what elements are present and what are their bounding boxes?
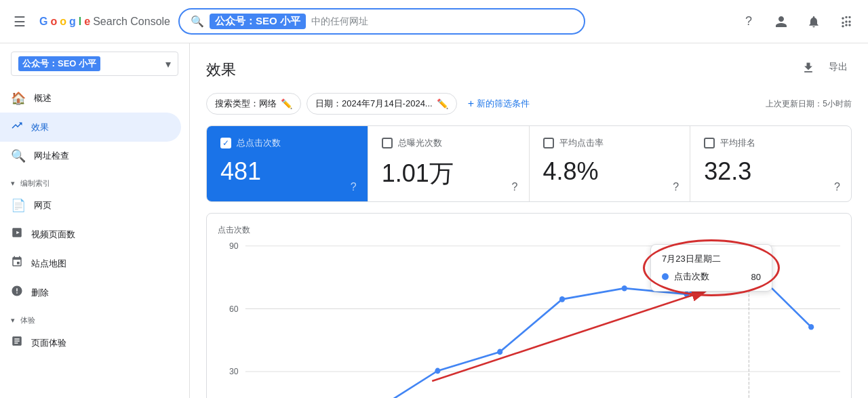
site-name: 公众号：SEO 小平 — [18, 56, 100, 71]
url-inspect-icon: 🔍 — [11, 148, 26, 163]
performance-icon — [11, 119, 23, 135]
svg-point-14 — [622, 285, 627, 292]
sidebar-item-page-experience[interactable]: 页面体验 — [0, 328, 181, 357]
metric-avg-position[interactable]: 平均排名 32.3 ? — [690, 126, 851, 201]
sidebar-item-url-label: 网址检查 — [34, 150, 69, 162]
sidebar-item-overview-label: 概述 — [34, 92, 52, 104]
app-title: Search Console — [93, 16, 170, 28]
svg-text:60: 60 — [229, 304, 239, 313]
metric-clicks-value: 481 — [220, 157, 354, 186]
section-experience-header[interactable]: ▾ 体验 — [0, 307, 189, 328]
main-header: 效果 导出 — [206, 43, 852, 93]
search-highlight: 公众号：SEO 小平 — [210, 14, 306, 29]
export-label[interactable]: 导出 — [825, 57, 852, 82]
apps-button[interactable] — [833, 8, 860, 35]
webpages-icon: 📄 — [11, 198, 26, 213]
app-logo: Google Search Console — [39, 16, 170, 28]
sidebar-item-video-label: 视频页面数 — [31, 228, 75, 241]
metric-position-value: 32.3 — [704, 157, 837, 186]
metric-position-help-icon[interactable]: ? — [834, 181, 840, 193]
svg-point-17 — [808, 324, 814, 330]
page-experience-icon — [11, 335, 23, 351]
notification-button[interactable] — [800, 8, 827, 35]
metric-clicks-checkmark: ✓ — [222, 138, 229, 148]
sidebar-item-sitemap-label: 站点地图 — [31, 258, 66, 270]
sidebar-item-removals-label: 删除 — [31, 287, 49, 299]
account-button[interactable] — [768, 8, 795, 35]
section-index-header[interactable]: ▾ 编制索引 — [0, 170, 189, 191]
chart-tooltip: 7月23日星期二 点击次数 80 — [650, 244, 772, 292]
help-button[interactable]: ? — [735, 8, 762, 35]
metric-clicks-checkbox[interactable]: ✓ — [220, 138, 231, 148]
tooltip-row: 点击次数 80 — [662, 271, 761, 283]
metric-ctr-value: 4.8% — [543, 157, 677, 186]
sidebar-item-removals[interactable]: 删除 — [0, 278, 181, 307]
site-chevron-icon: ▾ — [165, 58, 171, 71]
svg-point-13 — [559, 296, 565, 302]
add-filter-label: 新的筛选条件 — [477, 98, 530, 110]
metric-impressions-checkbox[interactable] — [382, 138, 393, 148]
sidebar-item-page-exp-label: 页面体验 — [31, 337, 66, 349]
sidebar-item-performance-label: 效果 — [31, 121, 49, 134]
sidebar-item-url-inspect[interactable]: 🔍 网址检查 — [0, 142, 181, 170]
sidebar: 公众号：SEO 小平 ▾ 🏠 概述 效果 🔍 网址检查 ▾ 编制索引 📄 网页 — [0, 43, 190, 398]
sidebar-item-overview[interactable]: 🏠 概述 — [0, 84, 181, 113]
sitemap-icon — [11, 256, 23, 271]
date-edit-icon: ✏️ — [437, 98, 448, 109]
svg-text:90: 90 — [229, 241, 239, 251]
metric-clicks-help-icon[interactable]: ? — [351, 181, 357, 193]
metric-total-clicks[interactable]: ✓ 总点击次数 481 ? — [207, 126, 368, 201]
site-selector[interactable]: 公众号：SEO 小平 ▾ — [11, 52, 178, 76]
date-filter[interactable]: 日期：2024年7月14日-2024... ✏️ — [307, 93, 457, 115]
topbar: ☰ Google Search Console 🔍 公众号：SEO 小平 中的任… — [0, 0, 868, 43]
sidebar-item-video-pages[interactable]: 视频页面数 — [0, 220, 181, 249]
tooltip-metric-label: 点击次数 — [674, 271, 746, 283]
metric-impressions-label: 总曝光次数 — [398, 137, 442, 149]
video-pages-icon — [11, 226, 23, 242]
topbar-actions: ? — [735, 8, 860, 35]
section-index-chevron: ▾ — [11, 179, 15, 188]
download-icon[interactable] — [797, 57, 819, 82]
metric-position-checkbox[interactable] — [704, 138, 715, 148]
metric-clicks-label: 总点击次数 — [237, 137, 281, 149]
metric-avg-ctr[interactable]: 平均点击率 4.8% ? — [530, 126, 691, 201]
section-index-label: 编制索引 — [20, 178, 50, 188]
home-icon: 🏠 — [11, 91, 26, 106]
tooltip-date: 7月23日星期二 — [662, 253, 761, 265]
metric-ctr-help-icon[interactable]: ? — [673, 181, 679, 193]
date-label: 日期：2024年7月14日-2024... — [315, 98, 433, 110]
sidebar-item-performance[interactable]: 效果 — [0, 113, 181, 142]
sidebar-item-sitemap[interactable]: 站点地图 — [0, 249, 181, 278]
last-updated-label: 上次更新日期：5小时前 — [766, 98, 852, 110]
svg-point-11 — [435, 368, 440, 374]
removals-icon — [11, 285, 23, 300]
svg-line-19 — [432, 290, 709, 381]
metric-position-label: 平均排名 — [720, 137, 755, 149]
chart-wrapper: 90 60 30 0 — [218, 239, 840, 398]
main-content: 效果 导出 搜索类型：网络 ✏️ 日期：2024年7月14日-2024... ✏… — [190, 43, 868, 398]
add-filter-button[interactable]: + 新的筛选条件 — [462, 94, 535, 114]
tooltip-circle-annotation — [643, 239, 780, 296]
search-icon: 🔍 — [191, 15, 204, 28]
tooltip-dot — [662, 273, 669, 280]
section-experience-chevron: ▾ — [11, 316, 15, 325]
metric-ctr-checkbox[interactable] — [543, 138, 554, 148]
section-experience-label: 体验 — [20, 315, 35, 325]
metric-ctr-label: 平均点击率 — [559, 137, 604, 149]
metric-impressions-help-icon[interactable]: ? — [512, 181, 518, 193]
filter-bar: 搜索类型：网络 ✏️ 日期：2024年7月14日-2024... ✏️ + 新的… — [206, 93, 852, 115]
search-type-filter[interactable]: 搜索类型：网络 ✏️ — [206, 93, 301, 115]
chart-container: 点击次数 90 60 30 0 — [206, 213, 852, 398]
chart-y-label: 点击次数 — [218, 224, 840, 236]
search-placeholder: 中的任何网址 — [311, 16, 368, 28]
metric-total-impressions[interactable]: 总曝光次数 1.01万 ? — [368, 126, 530, 201]
search-bar[interactable]: 🔍 公众号：SEO 小平 中的任何网址 — [178, 8, 585, 35]
sidebar-item-webpages[interactable]: 📄 网页 — [0, 191, 181, 220]
search-type-label: 搜索类型：网络 — [215, 98, 277, 110]
menu-icon[interactable]: ☰ — [8, 8, 31, 35]
search-type-edit-icon: ✏️ — [281, 98, 292, 109]
main-header-actions: 导出 — [797, 57, 852, 82]
svg-point-12 — [497, 349, 502, 355]
tooltip-metric-value: 80 — [751, 272, 761, 282]
page-title: 效果 — [206, 60, 236, 80]
